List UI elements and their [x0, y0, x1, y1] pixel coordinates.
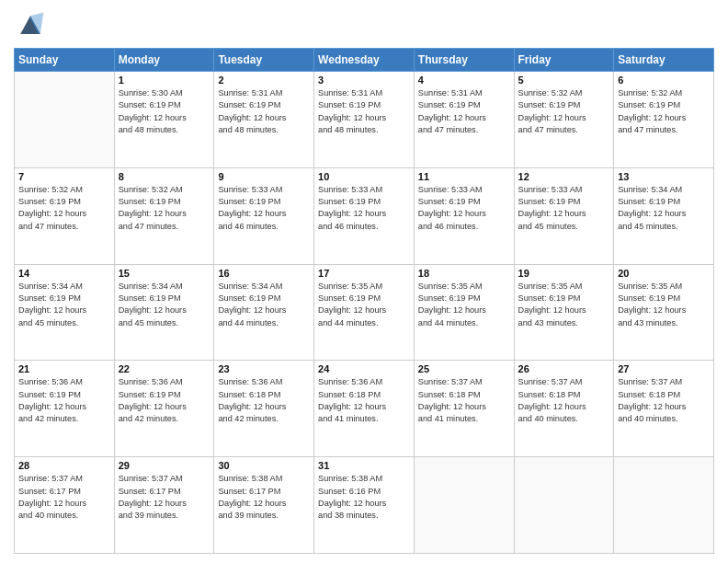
weekday-header-sunday: Sunday — [15, 49, 115, 72]
day-info: Sunrise: 5:32 AM Sunset: 6:19 PM Dayligh… — [18, 184, 110, 233]
day-cell: 3Sunrise: 5:31 AM Sunset: 6:19 PM Daylig… — [314, 72, 415, 168]
week-row-4: 21Sunrise: 5:36 AM Sunset: 6:19 PM Dayli… — [15, 361, 714, 457]
day-cell: 11Sunrise: 5:33 AM Sunset: 6:19 PM Dayli… — [414, 167, 514, 264]
day-cell: 9Sunrise: 5:33 AM Sunset: 6:19 PM Daylig… — [214, 167, 314, 264]
day-info: Sunrise: 5:34 AM Sunset: 6:19 PM Dayligh… — [119, 281, 210, 329]
day-info: Sunrise: 5:30 AM Sunset: 6:19 PM Dayligh… — [119, 87, 210, 136]
day-cell: 6Sunrise: 5:32 AM Sunset: 6:19 PM Daylig… — [614, 72, 714, 168]
day-cell: 10Sunrise: 5:33 AM Sunset: 6:19 PM Dayli… — [314, 167, 415, 264]
day-info: Sunrise: 5:32 AM Sunset: 6:19 PM Dayligh… — [119, 184, 210, 233]
day-info: Sunrise: 5:34 AM Sunset: 6:19 PM Dayligh… — [618, 184, 710, 233]
header — [14, 9, 714, 42]
day-info: Sunrise: 5:36 AM Sunset: 6:18 PM Dayligh… — [218, 376, 310, 425]
day-info: Sunrise: 5:37 AM Sunset: 6:17 PM Dayligh… — [119, 473, 210, 522]
day-cell: 12Sunrise: 5:33 AM Sunset: 6:19 PM Dayli… — [514, 167, 614, 264]
day-number: 19 — [518, 268, 610, 279]
day-info: Sunrise: 5:37 AM Sunset: 6:17 PM Dayligh… — [18, 473, 110, 522]
week-row-3: 14Sunrise: 5:34 AM Sunset: 6:19 PM Dayli… — [15, 264, 714, 361]
day-cell: 24Sunrise: 5:36 AM Sunset: 6:18 PM Dayli… — [314, 361, 415, 457]
day-number: 14 — [18, 268, 110, 279]
week-row-5: 28Sunrise: 5:37 AM Sunset: 6:17 PM Dayli… — [15, 457, 714, 554]
day-number: 15 — [119, 268, 210, 279]
week-row-1: 1Sunrise: 5:30 AM Sunset: 6:19 PM Daylig… — [15, 72, 714, 168]
day-cell: 29Sunrise: 5:37 AM Sunset: 6:17 PM Dayli… — [114, 457, 214, 554]
calendar: SundayMondayTuesdayWednesdayThursdayFrid… — [14, 48, 714, 554]
day-cell — [614, 457, 714, 554]
day-cell: 8Sunrise: 5:32 AM Sunset: 6:19 PM Daylig… — [114, 167, 214, 264]
day-cell: 21Sunrise: 5:36 AM Sunset: 6:19 PM Dayli… — [15, 361, 115, 457]
day-cell: 26Sunrise: 5:37 AM Sunset: 6:18 PM Dayli… — [514, 361, 614, 457]
weekday-header-monday: Monday — [114, 49, 214, 72]
day-cell: 7Sunrise: 5:32 AM Sunset: 6:19 PM Daylig… — [15, 167, 115, 264]
weekday-header-saturday: Saturday — [614, 49, 714, 72]
day-number: 28 — [18, 460, 110, 471]
day-info: Sunrise: 5:38 AM Sunset: 6:16 PM Dayligh… — [318, 473, 410, 522]
day-cell: 16Sunrise: 5:34 AM Sunset: 6:19 PM Dayli… — [214, 264, 314, 361]
day-number: 6 — [618, 75, 710, 86]
day-info: Sunrise: 5:31 AM Sunset: 6:19 PM Dayligh… — [218, 87, 310, 136]
day-info: Sunrise: 5:38 AM Sunset: 6:17 PM Dayligh… — [218, 473, 310, 522]
day-number: 30 — [218, 460, 310, 471]
day-number: 13 — [618, 171, 710, 182]
day-cell: 31Sunrise: 5:38 AM Sunset: 6:16 PM Dayli… — [314, 457, 415, 554]
day-info: Sunrise: 5:31 AM Sunset: 6:19 PM Dayligh… — [318, 87, 410, 136]
weekday-header-thursday: Thursday — [414, 49, 514, 72]
day-number: 23 — [218, 363, 310, 374]
day-cell: 5Sunrise: 5:32 AM Sunset: 6:19 PM Daylig… — [514, 72, 614, 168]
day-info: Sunrise: 5:35 AM Sunset: 6:19 PM Dayligh… — [418, 281, 510, 329]
day-number: 29 — [119, 460, 210, 471]
day-info: Sunrise: 5:33 AM Sunset: 6:19 PM Dayligh… — [518, 184, 610, 233]
day-info: Sunrise: 5:35 AM Sunset: 6:19 PM Dayligh… — [618, 281, 710, 329]
day-number: 12 — [518, 171, 610, 182]
day-cell — [15, 72, 115, 168]
day-info: Sunrise: 5:31 AM Sunset: 6:19 PM Dayligh… — [418, 87, 510, 136]
day-number: 7 — [18, 171, 110, 182]
day-cell: 23Sunrise: 5:36 AM Sunset: 6:18 PM Dayli… — [214, 361, 314, 457]
day-number: 16 — [218, 268, 310, 279]
day-cell: 20Sunrise: 5:35 AM Sunset: 6:19 PM Dayli… — [614, 264, 714, 361]
day-info: Sunrise: 5:36 AM Sunset: 6:19 PM Dayligh… — [119, 376, 210, 425]
day-info: Sunrise: 5:37 AM Sunset: 6:18 PM Dayligh… — [418, 376, 510, 425]
day-number: 2 — [218, 75, 310, 86]
day-number: 24 — [318, 363, 410, 374]
day-number: 25 — [418, 363, 510, 374]
day-number: 11 — [418, 171, 510, 182]
day-info: Sunrise: 5:35 AM Sunset: 6:19 PM Dayligh… — [318, 281, 410, 329]
day-cell: 14Sunrise: 5:34 AM Sunset: 6:19 PM Dayli… — [15, 264, 115, 361]
weekday-header-tuesday: Tuesday — [214, 49, 314, 72]
day-cell: 18Sunrise: 5:35 AM Sunset: 6:19 PM Dayli… — [414, 264, 514, 361]
day-number: 20 — [618, 268, 710, 279]
day-info: Sunrise: 5:37 AM Sunset: 6:18 PM Dayligh… — [618, 376, 710, 425]
day-cell: 19Sunrise: 5:35 AM Sunset: 6:19 PM Dayli… — [514, 264, 614, 361]
week-row-2: 7Sunrise: 5:32 AM Sunset: 6:19 PM Daylig… — [15, 167, 714, 264]
logo — [14, 9, 51, 42]
day-info: Sunrise: 5:34 AM Sunset: 6:19 PM Dayligh… — [18, 281, 110, 329]
day-cell: 27Sunrise: 5:37 AM Sunset: 6:18 PM Dayli… — [614, 361, 714, 457]
day-cell — [414, 457, 514, 554]
day-cell: 15Sunrise: 5:34 AM Sunset: 6:19 PM Dayli… — [114, 264, 214, 361]
day-cell: 4Sunrise: 5:31 AM Sunset: 6:19 PM Daylig… — [414, 72, 514, 168]
day-number: 5 — [518, 75, 610, 86]
day-number: 4 — [418, 75, 510, 86]
day-info: Sunrise: 5:35 AM Sunset: 6:19 PM Dayligh… — [518, 281, 610, 329]
day-number: 18 — [418, 268, 510, 279]
day-number: 27 — [618, 363, 710, 374]
day-info: Sunrise: 5:36 AM Sunset: 6:18 PM Dayligh… — [318, 376, 410, 425]
day-info: Sunrise: 5:32 AM Sunset: 6:19 PM Dayligh… — [518, 87, 610, 136]
page: SundayMondayTuesdayWednesdayThursdayFrid… — [0, 0, 728, 563]
day-info: Sunrise: 5:36 AM Sunset: 6:19 PM Dayligh… — [18, 376, 110, 425]
day-number: 9 — [218, 171, 310, 182]
day-number: 26 — [518, 363, 610, 374]
day-cell: 17Sunrise: 5:35 AM Sunset: 6:19 PM Dayli… — [314, 264, 415, 361]
day-number: 1 — [119, 75, 210, 86]
day-info: Sunrise: 5:33 AM Sunset: 6:19 PM Dayligh… — [218, 184, 310, 233]
weekday-header-row: SundayMondayTuesdayWednesdayThursdayFrid… — [15, 49, 714, 72]
day-number: 21 — [18, 363, 110, 374]
day-number: 3 — [318, 75, 410, 86]
day-number: 8 — [119, 171, 210, 182]
weekday-header-friday: Friday — [514, 49, 614, 72]
day-cell: 25Sunrise: 5:37 AM Sunset: 6:18 PM Dayli… — [414, 361, 514, 457]
day-number: 17 — [318, 268, 410, 279]
day-cell: 28Sunrise: 5:37 AM Sunset: 6:17 PM Dayli… — [15, 457, 115, 554]
day-info: Sunrise: 5:32 AM Sunset: 6:19 PM Dayligh… — [618, 87, 710, 136]
